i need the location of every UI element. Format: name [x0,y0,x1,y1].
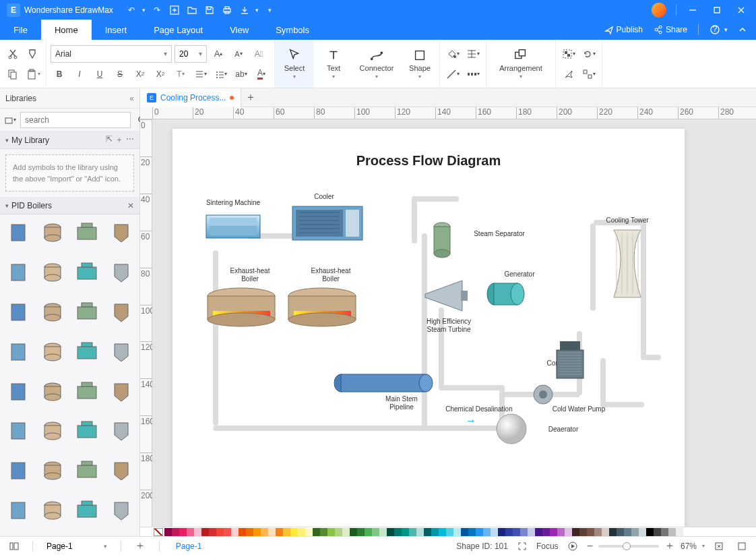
decrease-font-button[interactable]: A▾ [230,45,247,63]
redo-button[interactable]: ↷ [148,1,166,19]
color-swatch[interactable] [513,528,520,536]
pid-boilers-section[interactable]: ▾PID Boilers✕ [0,197,139,214]
shape-cooling-tower[interactable] [607,227,648,301]
zoom-out-button[interactable]: − [587,540,593,552]
color-swatch[interactable] [239,528,246,536]
color-swatch[interactable] [498,528,505,536]
menu-page-layout[interactable]: Page Layout [140,20,216,40]
color-swatch[interactable] [683,528,691,536]
more-icon[interactable]: ⋯ [126,134,134,146]
color-swatch[interactable] [194,528,201,536]
color-swatch[interactable] [505,528,513,536]
my-library-section[interactable]: ▾My Library⇱＋⋯ [0,132,139,149]
color-swatch[interactable] [594,528,602,536]
add-icon[interactable]: ＋ [115,134,123,146]
library-shape[interactable] [37,417,67,445]
library-menu-button[interactable]: ▾ [4,111,16,129]
underline-button[interactable]: U [91,65,108,83]
color-swatch[interactable] [335,528,342,536]
library-shape[interactable] [3,218,33,247]
line-spacing-button[interactable]: ▾ [192,65,210,83]
cut-button[interactable] [4,45,22,63]
library-shape[interactable] [3,298,33,326]
group-button[interactable]: ▾ [560,45,577,63]
canvas[interactable]: Process Flow Diagram [152,119,756,527]
color-swatch[interactable] [602,528,609,536]
format-painter-button[interactable] [24,45,42,63]
align-button[interactable]: ▾ [464,45,482,63]
library-shape[interactable] [106,457,137,485]
search-input[interactable] [20,112,131,128]
color-swatch[interactable] [402,528,409,536]
close-section-icon[interactable]: ✕ [127,201,134,210]
color-swatch[interactable] [283,528,290,536]
superscript-button[interactable]: X2 [131,65,149,83]
color-swatch[interactable] [424,528,431,536]
color-swatch[interactable] [565,528,572,536]
color-swatch[interactable] [461,528,468,536]
zoom-slider[interactable] [598,545,659,548]
avatar[interactable] [652,3,666,18]
select-tool[interactable]: Select▾ [275,40,314,88]
library-shape[interactable] [3,417,33,445]
import-icon[interactable]: ⇱ [106,134,113,146]
color-swatch[interactable] [654,528,661,536]
font-select[interactable]: Arial▾ [51,45,172,63]
color-swatch[interactable] [357,528,365,536]
color-swatch[interactable] [572,528,579,536]
library-shape[interactable] [3,496,33,525]
color-swatch[interactable] [639,528,646,536]
play-button[interactable] [564,537,581,555]
color-swatch[interactable] [327,528,335,536]
library-shape[interactable] [72,378,102,406]
color-swatch[interactable] [535,528,542,536]
library-shape[interactable] [37,378,67,406]
color-swatch[interactable] [631,528,639,536]
color-swatch[interactable] [298,528,305,536]
color-swatch[interactable] [579,528,587,536]
color-swatch[interactable] [365,528,372,536]
shape-exhaust2[interactable] [284,284,361,334]
color-swatch[interactable] [617,528,624,536]
library-shape[interactable] [37,258,67,287]
color-swatch[interactable] [305,528,313,536]
rotate-button[interactable]: ▾ [580,45,598,63]
color-swatch[interactable] [209,528,216,536]
color-swatch[interactable] [379,528,387,536]
library-shape[interactable] [106,417,137,445]
library-shape[interactable] [3,338,33,366]
color-swatch[interactable] [276,528,283,536]
color-swatch[interactable] [231,528,239,536]
style-button[interactable] [560,65,577,83]
collapse-libraries-icon[interactable]: « [129,94,134,103]
color-swatch[interactable] [394,528,402,536]
library-shape[interactable] [3,258,33,287]
library-shape[interactable] [72,338,102,366]
library-shape[interactable] [37,218,67,247]
library-shape[interactable] [3,378,33,406]
color-swatch[interactable] [350,528,357,536]
color-swatch[interactable] [668,528,676,536]
color-swatch[interactable] [676,528,683,536]
close-button[interactable] [729,1,753,20]
connector-tool[interactable]: Connector▾ [353,40,400,88]
fill-button[interactable]: ▾ [444,45,462,63]
color-swatch[interactable] [439,528,446,536]
fit-page-button[interactable] [710,537,728,555]
library-shape[interactable] [106,338,137,366]
color-swatch[interactable] [624,528,631,536]
undo-button[interactable]: ↶ [123,1,140,19]
color-swatch[interactable] [246,528,253,536]
page[interactable]: Process Flow Diagram [172,129,685,527]
library-shape[interactable] [72,496,102,525]
clear-format-button[interactable]: Aͯ [250,45,267,63]
color-swatch[interactable] [372,528,379,536]
color-swatch[interactable] [201,528,209,536]
outline-button[interactable] [5,537,23,555]
strike-button[interactable]: S [111,65,129,83]
increase-font-button[interactable]: A▴ [210,45,227,63]
arrangement-tool[interactable]: Arrangement▾ [491,45,551,82]
text-tool[interactable]: Text▾ [314,40,353,88]
color-swatch[interactable] [520,528,528,536]
publish-button[interactable]: Publish [600,20,647,40]
